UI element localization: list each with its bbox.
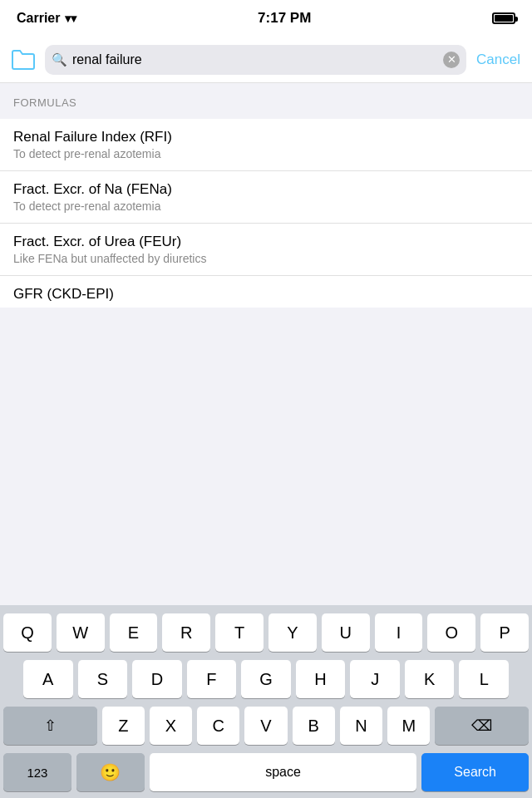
key-k[interactable]: K (405, 660, 455, 698)
keyboard-row-3: ⇧ Z X C V B N M ⌫ (3, 707, 529, 745)
search-input-wrap: 🔍 ✕ (45, 45, 466, 75)
results-list: Renal Failure Index (RFI) To detect pre-… (0, 119, 532, 308)
key-p[interactable]: P (480, 613, 529, 652)
result-subtitle-2: Like FENa but unaffected by diuretics (13, 252, 519, 265)
key-t[interactable]: T (215, 613, 264, 652)
result-title-3: GFR (CKD-EPI) (13, 286, 519, 303)
key-w[interactable]: W (57, 613, 105, 652)
key-space[interactable]: space (150, 753, 417, 791)
folder-icon[interactable] (8, 49, 38, 71)
result-item-2[interactable]: Fract. Excr. of Urea (FEUr) Like FENa bu… (0, 224, 532, 276)
result-item-0[interactable]: Renal Failure Index (RFI) To detect pre-… (0, 119, 532, 171)
section-divider (0, 83, 532, 90)
key-s[interactable]: S (78, 660, 128, 698)
key-i[interactable]: I (375, 613, 423, 652)
key-v[interactable]: V (244, 707, 287, 745)
key-x[interactable]: X (150, 707, 192, 745)
key-d[interactable]: D (132, 660, 182, 698)
keyboard: Q W E R T Y U I O P A S D F G H J K L ⇧ … (0, 605, 532, 798)
key-e[interactable]: E (110, 613, 158, 652)
key-search[interactable]: Search (421, 753, 529, 791)
wifi-icon: ▾▾ (65, 12, 76, 25)
key-r[interactable]: R (162, 613, 210, 652)
result-item-3[interactable]: GFR (CKD-EPI) (0, 276, 532, 308)
key-y[interactable]: Y (268, 613, 317, 652)
section-header: FORMULAS (0, 90, 532, 112)
key-n[interactable]: N (340, 707, 382, 745)
battery-icon (492, 12, 515, 24)
keyboard-row-2: A S D F G H J K L (3, 660, 529, 698)
key-z[interactable]: Z (102, 707, 145, 745)
result-item-1[interactable]: Fract. Excr. of Na (FENa) To detect pre-… (0, 171, 532, 224)
key-l[interactable]: L (459, 660, 509, 698)
result-title-1: Fract. Excr. of Na (FENa) (13, 181, 519, 198)
key-shift[interactable]: ⇧ (3, 707, 97, 745)
status-time: 7:17 PM (258, 10, 311, 27)
key-delete[interactable]: ⌫ (435, 707, 529, 745)
carrier-label: Carrier (17, 11, 60, 26)
keyboard-bottom-row: 123 🙂 space Search (3, 753, 529, 791)
key-q[interactable]: Q (3, 613, 52, 652)
key-h[interactable]: H (296, 660, 346, 698)
key-c[interactable]: C (197, 707, 239, 745)
search-icon: 🔍 (52, 52, 67, 67)
keyboard-row-1: Q W E R T Y U I O P (3, 613, 529, 652)
result-title-2: Fract. Excr. of Urea (FEUr) (13, 234, 519, 250)
key-b[interactable]: B (293, 707, 335, 745)
status-bar: Carrier ▾▾ 7:17 PM (0, 0, 532, 37)
status-battery (492, 12, 515, 24)
result-title-0: Renal Failure Index (RFI) (13, 129, 519, 145)
key-emoji[interactable]: 🙂 (76, 753, 145, 791)
key-u[interactable]: U (322, 613, 370, 652)
key-j[interactable]: J (350, 660, 400, 698)
result-subtitle-0: To detect pre-renal azotemia (13, 147, 519, 160)
key-g[interactable]: G (241, 660, 291, 698)
key-123[interactable]: 123 (3, 753, 71, 791)
search-bar: 🔍 ✕ Cancel (0, 37, 532, 83)
clear-button[interactable]: ✕ (443, 52, 460, 68)
result-subtitle-1: To detect pre-renal azotemia (13, 200, 519, 213)
key-f[interactable]: F (187, 660, 237, 698)
key-m[interactable]: M (387, 707, 430, 745)
key-o[interactable]: O (427, 613, 475, 652)
search-input[interactable] (72, 52, 438, 67)
status-carrier: Carrier ▾▾ (17, 11, 76, 26)
cancel-button[interactable]: Cancel (473, 52, 524, 68)
key-a[interactable]: A (23, 660, 73, 698)
